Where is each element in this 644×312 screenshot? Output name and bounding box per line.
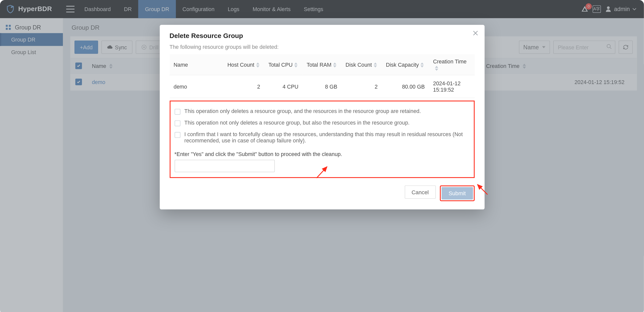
submit-highlight-box: Submit [440,185,474,201]
mcol-disk-count[interactable]: Disk Count [346,61,372,68]
mcol-name: Name [174,61,188,68]
checkbox-icon[interactable] [174,109,180,115]
mcol-total-cpu[interactable]: Total CPU [268,61,293,68]
mrow-disk-capacity: 80.00 GB [402,83,425,90]
dialog-actions: Cancel Submit [170,185,474,201]
mrow-disk-count: 2 [375,83,378,90]
option-text: I confirm that I want to forcefully clea… [184,131,469,143]
close-icon [472,30,478,36]
sort-icon[interactable] [333,62,336,67]
mcol-host-count[interactable]: Host Count [227,61,254,68]
close-button[interactable] [472,30,478,37]
cancel-button[interactable]: Cancel [405,185,436,199]
sort-icon[interactable] [420,62,424,67]
mrow-name: demo [174,83,187,90]
submit-button[interactable]: Submit [441,187,473,200]
dialog-table: Name Host Count Total CPU Total RAM Disk… [170,54,474,98]
confirm-hint: *Enter "Yes" and click the "Submit" butt… [174,151,469,157]
checkbox-icon[interactable] [174,121,180,126]
sort-icon[interactable] [256,62,259,67]
option-text: This operation not only deletes a resour… [184,120,410,126]
mrow-creation-time: 2024-01-12 15:19:52 [433,80,460,93]
dialog-title: Delete Resource Group [170,32,474,40]
modal-overlay: Delete Resource Group The following reso… [0,0,644,312]
option-delete-resources[interactable]: This operation not only deletes a resour… [174,117,469,129]
dialog-row: demo 2 4 CPU 8 GB 2 80.00 GB 2024-01-12 … [170,75,474,98]
mrow-total-ram: 8 GB [325,83,337,90]
delete-resource-group-dialog: Delete Resource Group The following reso… [159,25,484,210]
option-text: This operation only deletes a resource g… [184,108,421,114]
option-keep-resources[interactable]: This operation only deletes a resource g… [174,105,469,117]
option-force-cleanup[interactable]: I confirm that I want to forcefully clea… [174,129,469,146]
dialog-subtitle: The following resource groups will be de… [170,44,474,50]
mcol-creation-time[interactable]: Creation Time [433,58,466,65]
sort-icon[interactable] [435,66,438,71]
confirm-input[interactable] [174,160,274,172]
mcol-disk-capacity[interactable]: Disk Capacity [386,61,419,68]
sort-icon[interactable] [294,62,298,67]
mrow-host-count: 2 [257,83,260,90]
app-frame: HyperBDR Dashboard DR Group DR Configura… [0,0,644,312]
options-highlight-box: This operation only deletes a resource g… [170,101,474,178]
mrow-total-cpu: 4 CPU [283,83,298,90]
mcol-total-ram[interactable]: Total RAM [307,61,332,68]
sort-icon[interactable] [374,62,377,67]
checkbox-icon[interactable] [174,132,180,138]
